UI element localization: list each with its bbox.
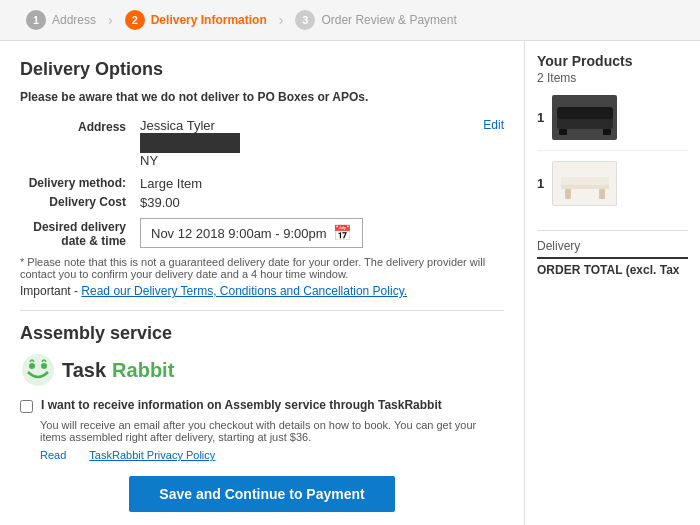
futon-icon xyxy=(555,99,615,137)
customer-name: Jessica Tyler xyxy=(140,118,215,133)
assembly-title: Assembly service xyxy=(20,323,504,344)
redacted-address xyxy=(140,133,240,153)
svg-rect-4 xyxy=(557,107,613,119)
tr-task-text: Task xyxy=(62,359,106,382)
your-products-title: Your Products xyxy=(537,53,688,69)
step-label-delivery: Delivery Information xyxy=(151,13,267,27)
section-divider xyxy=(20,310,504,311)
method-row: Delivery method: Large Item xyxy=(20,176,504,191)
delivery-note: * Please note that this is not a guarant… xyxy=(20,256,504,280)
svg-rect-9 xyxy=(599,189,605,199)
method-value: Large Item xyxy=(140,176,202,191)
taskrabbit-privacy-link[interactable]: TaskRabbit Privacy Policy xyxy=(89,449,215,461)
step-circle-3: 3 xyxy=(295,10,315,30)
delivery-terms-link[interactable]: Read our Delivery Terms, Conditions and … xyxy=(81,284,407,298)
po-box-warning: Please be aware that we do not deliver t… xyxy=(20,90,504,104)
datetime-value: Nov 12 2018 9:00am - 9:00pm xyxy=(151,226,327,241)
step-review[interactable]: 3 Order Review & Payment xyxy=(285,6,466,34)
important-text: Important - Read our Delivery Terms, Con… xyxy=(20,284,504,298)
items-count: 2 Items xyxy=(537,71,688,85)
order-total-text: ORDER TOTAL (excl. Tax xyxy=(537,263,679,277)
datetime-picker[interactable]: Nov 12 2018 9:00am - 9:00pm 📅 xyxy=(140,218,363,248)
assembly-checkbox-label: I want to receive information on Assembl… xyxy=(41,398,442,412)
sidebar-bottom: Delivery ORDER TOTAL (excl. Tax xyxy=(537,230,688,277)
assembly-description: You will receive an email after you chec… xyxy=(40,419,504,443)
step-circle-2: 2 xyxy=(125,10,145,30)
assembly-checkbox[interactable] xyxy=(20,400,33,413)
taskrabbit-logo: TaskRabbit xyxy=(20,352,504,388)
step-label-review: Order Review & Payment xyxy=(321,13,456,27)
step-address[interactable]: 1 Address xyxy=(16,6,106,34)
calendar-icon[interactable]: 📅 xyxy=(333,224,352,242)
edit-address-link[interactable]: Edit xyxy=(483,118,504,132)
step-label-address: Address xyxy=(52,13,96,27)
address-value: Jessica Tyler NY xyxy=(140,118,483,168)
read-prefix: Read xyxy=(40,449,69,461)
svg-point-0 xyxy=(22,354,54,386)
important-prefix: Important - xyxy=(20,284,81,298)
step-arrow-2: › xyxy=(277,12,286,28)
svg-rect-5 xyxy=(559,129,567,135)
right-panel: Your Products 2 Items 1 1 xyxy=(525,41,700,525)
step-delivery[interactable]: 2 Delivery Information xyxy=(115,6,277,34)
main-layout: Delivery Options Please be aware that we… xyxy=(0,41,700,525)
cost-row: Delivery Cost $39.00 xyxy=(20,195,504,210)
method-label: Delivery method: xyxy=(20,176,140,191)
product-item-1: 1 xyxy=(537,95,688,151)
delivery-label: Delivery xyxy=(537,239,688,253)
region: NY xyxy=(140,153,158,168)
cost-value: $39.00 xyxy=(140,195,180,210)
assembly-checkbox-row: I want to receive information on Assembl… xyxy=(20,398,504,413)
table-icon xyxy=(555,165,615,203)
svg-rect-8 xyxy=(565,189,571,199)
step-circle-1: 1 xyxy=(26,10,46,30)
step-arrow-1: › xyxy=(106,12,115,28)
datetime-row: Desired delivery date & time Nov 12 2018… xyxy=(20,218,504,248)
tr-rabbit-text: Rabbit xyxy=(112,359,174,382)
cost-label: Delivery Cost xyxy=(20,195,140,210)
address-row: Address Jessica Tyler NY Edit xyxy=(20,118,504,168)
datetime-label: Desired delivery date & time xyxy=(20,218,140,248)
product-qty-1: 1 xyxy=(537,110,544,125)
order-total-label: ORDER TOTAL (excl. Tax xyxy=(537,257,688,277)
privacy-link-row: Read TaskRabbit Privacy Policy xyxy=(20,447,504,462)
svg-point-2 xyxy=(41,363,47,369)
svg-rect-6 xyxy=(603,129,611,135)
product-image-1 xyxy=(552,95,617,140)
steps-bar: 1 Address › 2 Delivery Information › 3 O… xyxy=(0,0,700,41)
product-qty-2: 1 xyxy=(537,176,544,191)
svg-point-1 xyxy=(29,363,35,369)
save-button-row: Save and Continue to Payment xyxy=(20,476,504,512)
svg-rect-10 xyxy=(561,177,609,185)
product-item-2: 1 xyxy=(537,161,688,216)
product-image-2 xyxy=(552,161,617,206)
taskrabbit-icon xyxy=(20,352,56,388)
left-panel: Delivery Options Please be aware that we… xyxy=(0,41,525,525)
save-continue-button[interactable]: Save and Continue to Payment xyxy=(129,476,394,512)
address-label: Address xyxy=(20,118,140,134)
delivery-options-title: Delivery Options xyxy=(20,59,504,80)
